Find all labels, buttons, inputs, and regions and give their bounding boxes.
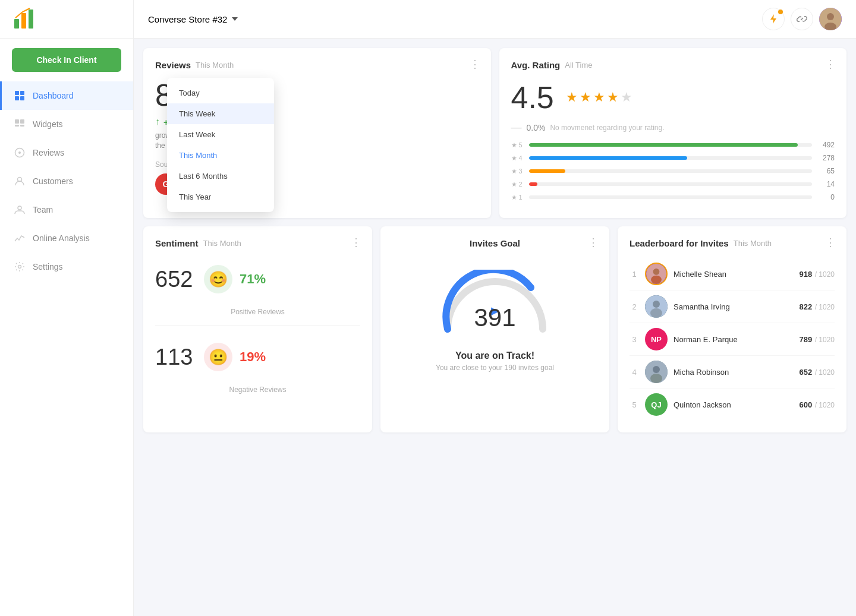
leader-name-1: Michelle Shean (674, 270, 793, 279)
invites-card-header: Invites Goal (470, 238, 520, 248)
user-avatar[interactable] (819, 8, 842, 30)
dropdown-item-last-6-months[interactable]: Last 6 Months (167, 166, 274, 187)
negative-reviews-label: Negative Reviews (155, 386, 360, 394)
leader-photo-4 (645, 361, 668, 383)
leader-row-1: 1 Michelle Shean 918 / 1020 (630, 258, 835, 290)
svg-rect-5 (15, 96, 19, 100)
settings-icon (14, 261, 26, 273)
reviews-card: Reviews This Month ⋮ 822 ↑ +23.8% growth… (143, 48, 491, 218)
star-label-4: ★ 4 (511, 154, 524, 162)
sentiment-card: Sentiment This Month ⋮ 652 😊 71% Positiv… (143, 226, 372, 432)
leaderboard-list: 1 Michelle Shean 918 / 1020 2 (630, 258, 835, 421)
link-icon (797, 14, 807, 24)
leader-name-2: Samantha Irving (674, 302, 793, 311)
content-area: Reviews This Month ⋮ 822 ↑ +23.8% growth… (134, 39, 856, 616)
invites-card-title: Invites Goal (470, 238, 520, 248)
lightning-icon (768, 14, 779, 24)
negative-count: 113 (155, 345, 197, 370)
sentiment-card-subtitle: This Month (203, 239, 241, 248)
invites-card-menu[interactable]: ⋮ (588, 236, 600, 249)
sidebar-item-label: Widgets (33, 119, 63, 129)
notifications-button[interactable] (762, 8, 785, 30)
logo-area (0, 0, 133, 39)
leader-rank-5: 5 (630, 400, 639, 409)
svg-point-21 (653, 268, 660, 275)
invites-goal-card: Invites Goal ⋮ ▶ 391 You are on Track! Y… (380, 226, 609, 432)
leader-name-4: Micha Robinson (674, 368, 793, 377)
sidebar-item-reviews[interactable]: Reviews (0, 138, 133, 167)
sidebar-item-label: Reviews (33, 148, 64, 157)
positive-smiley-icon: 😊 (204, 265, 232, 293)
leader-avatar-2 (645, 295, 668, 318)
svg-point-18 (827, 13, 834, 20)
svg-rect-0 (14, 19, 19, 29)
leaderboard-card: Leaderboard for Invites This Month ⋮ 1 (618, 226, 846, 432)
dropdown-item-this-year[interactable]: This Year (167, 187, 274, 207)
sidebar-item-widgets[interactable]: Widgets (0, 110, 133, 138)
star-3: ★ (593, 90, 605, 105)
invites-subtitle: You are close to your 190 invites goal (436, 364, 554, 372)
svg-point-24 (653, 301, 660, 308)
header-actions (762, 8, 842, 30)
period-dropdown: Today This Week Last Week This Month Las… (167, 78, 274, 212)
reviews-card-menu[interactable]: ⋮ (470, 58, 482, 71)
header: Converse Store #32 (134, 0, 856, 39)
positive-sentiment-row: 652 😊 71% (155, 265, 360, 293)
sentiment-card-title: Sentiment (155, 238, 199, 248)
sentiment-card-menu[interactable]: ⋮ (351, 236, 363, 249)
rating-bars: ★ 5 492 ★ 4 278 ★ 3 (511, 141, 835, 201)
store-selector[interactable]: Converse Store #32 (148, 14, 238, 24)
leaderboard-card-menu[interactable]: ⋮ (825, 236, 837, 249)
svg-rect-6 (20, 96, 24, 100)
sidebar-item-dashboard[interactable]: Dashboard (0, 81, 133, 110)
leader-rank-2: 2 (630, 302, 639, 311)
svg-rect-3 (15, 91, 19, 95)
dropdown-item-today[interactable]: Today (167, 83, 274, 103)
app-logo-icon (12, 7, 36, 31)
sidebar-item-label: Settings (33, 262, 63, 271)
leader-photo-2 (645, 295, 668, 318)
link-button[interactable] (791, 8, 813, 30)
bar-track-5 (529, 143, 813, 147)
star-label-3: ★ 3 (511, 168, 524, 175)
negative-pct: 19% (240, 349, 266, 365)
reviews-card-title: Reviews (155, 60, 191, 70)
sidebar-item-label: Customers (33, 176, 73, 186)
sidebar-item-team[interactable]: Team (0, 195, 133, 224)
bar-val-5: 492 (817, 141, 835, 149)
gauge-chart: ▶ 391 (436, 270, 555, 335)
no-movement-row: — 0.0% No movmenet regarding your rating… (511, 121, 835, 134)
svg-point-25 (650, 308, 662, 318)
positive-pct: 71% (240, 271, 266, 287)
positive-count: 652 (155, 267, 197, 292)
avg-rating-value: 4.5 (511, 80, 554, 115)
store-name: Converse Store #32 (148, 14, 227, 24)
bar-val-1: 0 (817, 193, 835, 201)
bar-row-4: ★ 4 278 (511, 154, 835, 162)
sidebar-item-settings[interactable]: Settings (0, 252, 133, 281)
movement-dash: — (511, 121, 522, 134)
avg-rating-card-menu[interactable]: ⋮ (825, 58, 837, 71)
leaderboard-card-subtitle: This Month (734, 239, 772, 248)
dropdown-item-this-month[interactable]: This Month (167, 145, 274, 166)
leader-score-3: 789 / 1020 (799, 334, 835, 345)
check-in-button[interactable]: Check In Client (12, 48, 121, 72)
bar-row-2: ★ 2 14 (511, 180, 835, 188)
star-1: ★ (566, 90, 578, 105)
widgets-icon (14, 118, 26, 130)
sidebar-item-online-analysis[interactable]: Online Analysis (0, 224, 133, 252)
svg-rect-1 (21, 13, 26, 29)
bar-fill-4 (529, 156, 688, 160)
leader-row-5: 5 QJ Quinton Jackson 600 / 1020 (630, 388, 835, 421)
bar-fill-3 (529, 169, 566, 173)
sidebar-item-customers[interactable]: Customers (0, 167, 133, 195)
dropdown-item-last-week[interactable]: Last Week (167, 124, 274, 145)
leader-rank-4: 4 (630, 368, 639, 377)
sidebar-nav: Dashboard Widgets Reviews (0, 81, 133, 281)
dropdown-item-this-week[interactable]: This Week (167, 103, 274, 124)
svg-marker-16 (770, 14, 776, 24)
leader-rank-3: 3 (630, 335, 639, 344)
leaderboard-card-header: Leaderboard for Invites This Month (630, 238, 835, 248)
leaderboard-card-title: Leaderboard for Invites (630, 238, 729, 248)
leader-name-3: Norman E. Parque (674, 335, 793, 344)
